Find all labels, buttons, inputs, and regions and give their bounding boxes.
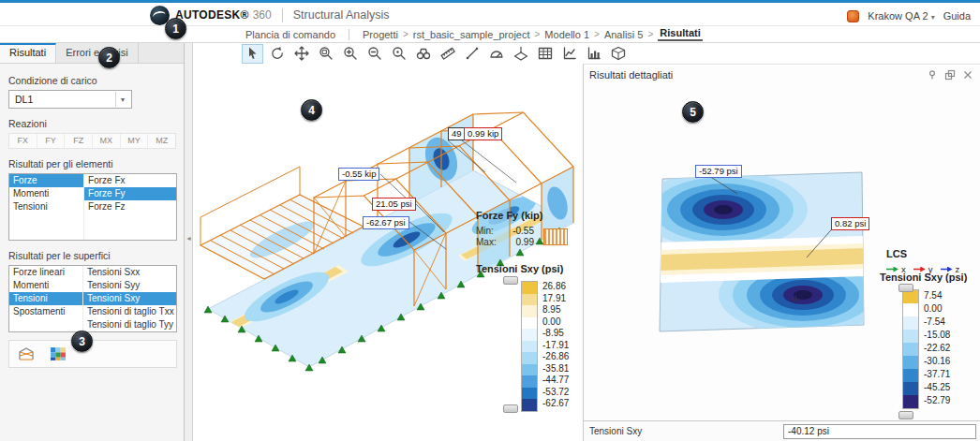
annotation-fy-min: -0.55 kip bbox=[338, 168, 379, 181]
brand-360: 360 bbox=[253, 8, 272, 22]
scale-value: 17.91 bbox=[542, 293, 569, 305]
table-view-icon[interactable] bbox=[534, 44, 556, 64]
zoom-fit-icon[interactable] bbox=[388, 44, 409, 64]
reaction-fz-button[interactable]: FZ bbox=[64, 134, 92, 148]
callout-2: 2 bbox=[98, 47, 120, 68]
annotation-sxy-min: -62.67 psi bbox=[363, 216, 409, 229]
structure-view-button[interactable] bbox=[13, 342, 39, 366]
user-avatar-icon bbox=[847, 10, 859, 22]
scale-value: -8.95 bbox=[542, 328, 569, 340]
list-item-taglio-tyy[interactable]: Tensioni di taglio Tyy bbox=[83, 318, 176, 331]
breadcrumb-divider bbox=[349, 29, 349, 40]
color-band bbox=[522, 364, 537, 376]
breadcrumb-separator: > bbox=[594, 29, 600, 39]
breadcrumb-item-model[interactable]: Modello 1 bbox=[544, 29, 589, 40]
select-tool-icon[interactable] bbox=[242, 44, 263, 64]
zoom-in-icon[interactable] bbox=[339, 44, 361, 64]
scale-value: -7.54 bbox=[924, 316, 950, 329]
reaction-fy-button[interactable]: FY bbox=[37, 134, 65, 148]
list-item-tensioni[interactable]: Tensioni bbox=[9, 200, 83, 213]
force-legend: Forze Fy (kip) Min:-0.55 Max:0.99 bbox=[476, 210, 568, 248]
pan-tool-icon[interactable] bbox=[290, 44, 312, 64]
scale-value: -52.79 bbox=[924, 394, 950, 407]
list-item-momenti-sup[interactable]: Momenti bbox=[9, 279, 82, 292]
list-item-forze[interactable]: Forze bbox=[9, 174, 83, 187]
zoom-out-icon[interactable] bbox=[364, 44, 385, 64]
list-item-tensioni-sup[interactable]: Tensioni bbox=[9, 292, 82, 305]
detailed-results-title: Risultati dettagliati bbox=[589, 69, 673, 81]
pin-panel-icon[interactable] bbox=[926, 68, 939, 81]
reaction-mz-button[interactable]: MZ bbox=[147, 134, 175, 148]
probe-value-input[interactable] bbox=[783, 424, 976, 439]
section-box-icon[interactable] bbox=[607, 44, 629, 64]
close-panel-icon[interactable] bbox=[961, 68, 974, 81]
zoom-window-icon[interactable] bbox=[315, 44, 336, 64]
brand-divider bbox=[282, 8, 283, 22]
scale-slider-top[interactable] bbox=[503, 276, 518, 285]
breadcrumb-item-results[interactable]: Risultati bbox=[658, 27, 702, 41]
callout-4: 4 bbox=[301, 99, 322, 121]
lcs-title: LCS bbox=[886, 248, 959, 259]
breadcrumb-separator: > bbox=[535, 29, 541, 39]
top-bar: AUTODESK® 360 Structural Analysis Krakow… bbox=[0, 0, 980, 26]
undock-panel-icon[interactable] bbox=[943, 68, 957, 81]
breadcrumb-item-projects[interactable]: Progetti bbox=[363, 29, 398, 40]
user-menu-button[interactable]: Krakow QA 2 ▾ bbox=[868, 10, 934, 22]
reactions-label: Reazioni bbox=[8, 118, 176, 129]
load-case-label: Condizione di carico bbox=[8, 75, 176, 86]
dashboard-link[interactable]: Plancia di comando bbox=[245, 29, 335, 40]
scale-slider-bottom[interactable] bbox=[503, 404, 518, 413]
detailed-results-panel: Risultati dettagliati bbox=[583, 64, 980, 441]
orbit-tool-icon[interactable] bbox=[266, 44, 288, 64]
max-value: 0.99 bbox=[502, 237, 534, 247]
chart-view-icon[interactable] bbox=[583, 44, 604, 64]
color-band bbox=[903, 316, 918, 330]
list-item-tensioni-sxx[interactable]: Tensioni Sxx bbox=[83, 266, 176, 279]
breadcrumb-item-project[interactable]: rst_basic_sample_project bbox=[413, 29, 530, 40]
scale-value: -22.62 bbox=[924, 342, 950, 355]
reaction-fx-button[interactable]: FX bbox=[9, 134, 37, 148]
breadcrumb-item-analysis[interactable]: Analisi 5 bbox=[604, 29, 644, 40]
list-item-tensioni-sxy[interactable]: Tensioni Sxy bbox=[83, 292, 176, 305]
list-item-spostamenti[interactable]: Spostamenti bbox=[9, 305, 82, 318]
stress-map-button[interactable] bbox=[45, 342, 71, 366]
scale-value: 8.95 bbox=[542, 304, 569, 316]
color-band bbox=[903, 290, 918, 303]
list-item-forze-lineari[interactable]: Forze lineari bbox=[9, 266, 82, 279]
color-band bbox=[522, 282, 537, 294]
min-label: Min: bbox=[476, 226, 502, 236]
scale-value: -15.08 bbox=[924, 329, 950, 342]
list-item-tensioni-syy[interactable]: Tensioni Syy bbox=[83, 279, 176, 292]
tab-errori-e-avvisi[interactable]: Errori e avvisi bbox=[56, 43, 139, 63]
list-item-forze-fx[interactable]: Forze Fx bbox=[84, 174, 176, 187]
detail-stress-legend-title: Tensioni Sxy (psi) bbox=[880, 272, 967, 283]
measure-distance-icon[interactable] bbox=[461, 44, 483, 64]
scale-value: 26.86 bbox=[542, 281, 569, 293]
detail-scale-slider-top[interactable] bbox=[898, 284, 913, 292]
scale-value: -17.91 bbox=[542, 340, 569, 352]
reaction-mx-button[interactable]: MX bbox=[92, 134, 120, 148]
panel-splitter[interactable]: ◄ bbox=[185, 43, 193, 441]
find-icon[interactable] bbox=[412, 44, 434, 64]
measure-ruler-icon[interactable] bbox=[437, 44, 458, 64]
list-item-taglio-txx[interactable]: Tensioni di taglio Txx bbox=[83, 305, 176, 318]
list-item-momenti[interactable]: Momenti bbox=[9, 187, 83, 200]
app-title: Structural Analysis bbox=[293, 8, 390, 22]
diagram-view-icon[interactable] bbox=[558, 44, 580, 64]
annotation-detail-probe: 0.82 psi bbox=[831, 217, 869, 230]
help-link[interactable]: Guida bbox=[943, 10, 971, 22]
callout-3: 3 bbox=[71, 331, 93, 352]
callout-1: 1 bbox=[165, 18, 186, 39]
stress-map-icon bbox=[50, 346, 67, 361]
detailed-contour-plot[interactable] bbox=[655, 168, 870, 336]
annotation-fy-max: 0.99 kip bbox=[464, 127, 502, 140]
color-band bbox=[522, 329, 537, 341]
tab-risultati[interactable]: Risultati bbox=[0, 43, 56, 63]
list-item-forze-fy[interactable]: Forze Fy bbox=[84, 187, 176, 200]
reaction-my-button[interactable]: MY bbox=[120, 134, 148, 148]
list-item-forze-fz[interactable]: Forze Fz bbox=[84, 200, 176, 213]
section-plane-icon[interactable] bbox=[510, 44, 531, 64]
protractor-icon[interactable] bbox=[485, 44, 507, 64]
detail-scale-slider-bottom[interactable] bbox=[898, 411, 913, 419]
load-case-select[interactable]: DL1 ▾ bbox=[8, 90, 132, 109]
